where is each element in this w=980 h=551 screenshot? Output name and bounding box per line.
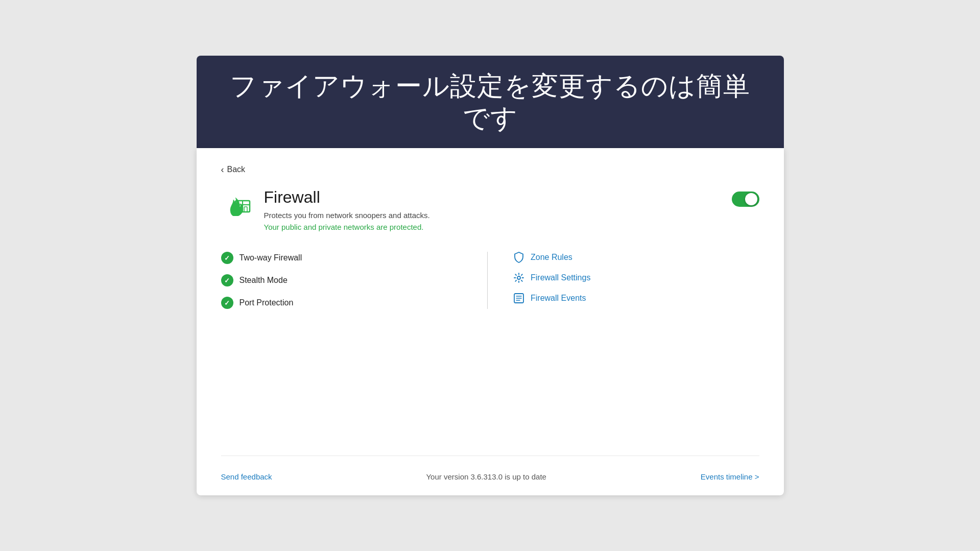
- zone-rules-link[interactable]: Zone Rules: [513, 252, 759, 263]
- shield-icon: [513, 252, 524, 263]
- firewall-events-label: Firewall Events: [531, 294, 586, 303]
- firewall-status: Your public and private networks are pro…: [264, 223, 430, 231]
- svg-rect-4: [244, 207, 247, 212]
- send-feedback-link[interactable]: Send feedback: [221, 472, 272, 481]
- events-timeline-link[interactable]: Events timeline >: [701, 472, 759, 481]
- features-section: Two-way Firewall Stealth Mode Port Prote…: [221, 252, 759, 309]
- back-button[interactable]: ‹ Back: [221, 164, 759, 175]
- gear-icon: [513, 272, 524, 283]
- links-list: Zone Rules Firewall Settings: [488, 252, 759, 309]
- version-text: Your version 3.6.313.0 is up to date: [426, 472, 546, 481]
- feature-stealth-mode: Stealth Mode: [221, 274, 467, 286]
- feature-label-3: Port Protection: [240, 298, 294, 307]
- footer: Send feedback Your version 3.6.313.0 is …: [221, 456, 759, 481]
- firewall-icon: [221, 187, 254, 216]
- toggle-knob: [745, 193, 757, 205]
- check-icon-1: [221, 252, 233, 264]
- firewall-settings-label: Firewall Settings: [531, 273, 590, 282]
- banner: ファイアウォール設定を変更するのは簡単です: [197, 56, 784, 148]
- feature-port-protection: Port Protection: [221, 297, 467, 309]
- firewall-toggle[interactable]: [732, 191, 759, 207]
- back-chevron-icon: ‹: [221, 164, 224, 175]
- list-icon: [513, 293, 524, 304]
- zone-rules-label: Zone Rules: [531, 253, 572, 262]
- header-text: Firewall Protects you from network snoop…: [264, 187, 430, 231]
- svg-point-5: [517, 276, 520, 279]
- header-row: Firewall Protects you from network snoop…: [221, 187, 759, 231]
- firewall-settings-link[interactable]: Firewall Settings: [513, 272, 759, 283]
- feature-two-way-firewall: Two-way Firewall: [221, 252, 467, 264]
- banner-text: ファイアウォール設定を変更するのは簡単です: [230, 71, 750, 132]
- firewall-events-link[interactable]: Firewall Events: [513, 293, 759, 304]
- firewall-title: Firewall: [264, 187, 430, 207]
- header-left: Firewall Protects you from network snoop…: [221, 187, 430, 231]
- check-icon-3: [221, 297, 233, 309]
- main-card: ‹ Back Firewa: [197, 148, 784, 495]
- firewall-description: Protects you from network snoopers and a…: [264, 211, 430, 220]
- back-label: Back: [227, 165, 246, 174]
- svg-rect-3: [238, 207, 241, 212]
- check-icon-2: [221, 274, 233, 286]
- features-list: Two-way Firewall Stealth Mode Port Prote…: [221, 252, 488, 309]
- feature-label-1: Two-way Firewall: [240, 253, 302, 262]
- feature-label-2: Stealth Mode: [240, 276, 288, 285]
